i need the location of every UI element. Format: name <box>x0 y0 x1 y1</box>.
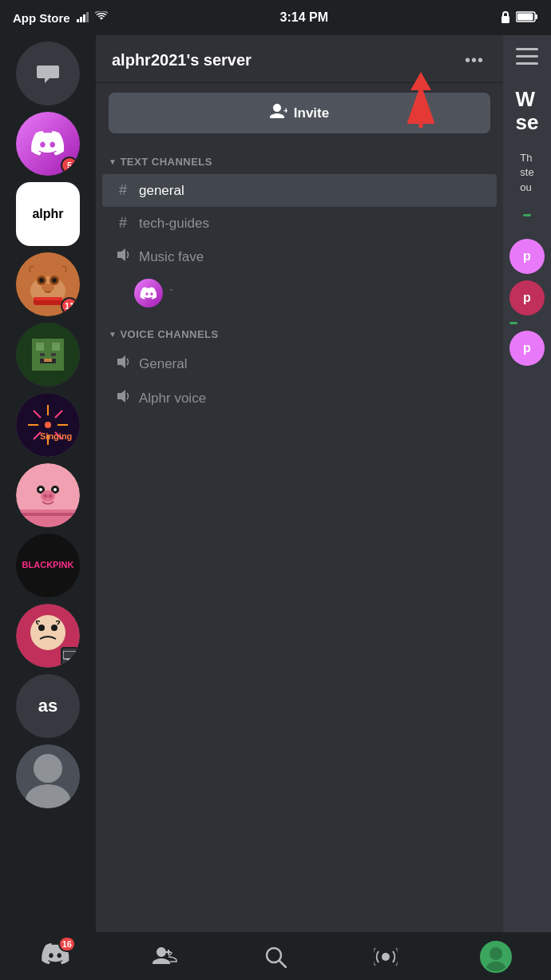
nav-home-badge: 16 <box>58 936 76 952</box>
chevron-down-icon-2: ▼ <box>109 330 117 339</box>
server-icon-blackpink[interactable]: BLACKPINK <box>16 534 80 597</box>
svg-marker-60 <box>117 248 125 261</box>
invite-button[interactable]: + Invite <box>109 93 490 133</box>
svg-rect-64 <box>516 55 538 58</box>
server-icon-as[interactable]: as <box>16 674 80 738</box>
svg-point-12 <box>39 278 44 283</box>
channel-alphr-voice[interactable]: Alphr voice <box>102 381 497 415</box>
svg-point-52 <box>30 615 65 650</box>
server-name: alphr2021's server <box>112 51 252 69</box>
right-panel-title: W se <box>516 88 539 133</box>
bot-avatar-row: ` <box>96 274 503 312</box>
nav-item-friends[interactable] <box>141 946 189 968</box>
rp-avatar-1[interactable]: p <box>509 239 545 274</box>
svg-rect-1 <box>80 17 82 22</box>
server-icon-partial[interactable] <box>16 744 80 808</box>
svg-rect-23 <box>51 353 56 356</box>
lock-icon <box>500 10 511 26</box>
server-icon-game[interactable] <box>16 463 80 527</box>
bottom-nav: 16 <box>0 932 551 980</box>
svg-rect-38 <box>30 474 42 484</box>
main-layout: 5 alphr 11 <box>0 35 551 932</box>
svg-point-74 <box>490 947 502 960</box>
text-channels-section: ▼ TEXT CHANNELS # general # tech-guides <box>96 143 503 315</box>
svg-rect-4 <box>501 16 509 23</box>
channel-general[interactable]: # general <box>102 174 497 207</box>
svg-rect-20 <box>52 343 60 351</box>
voice-channels-header[interactable]: ▼ VOICE CHANNELS <box>96 325 503 347</box>
svg-point-26 <box>45 422 51 428</box>
svg-rect-65 <box>516 62 538 65</box>
more-options-button[interactable]: ••• <box>462 48 487 73</box>
signal-icon <box>77 11 91 25</box>
svg-rect-3 <box>86 12 89 22</box>
svg-text:BLACKPINK: BLACKPINK <box>22 560 74 569</box>
hash-icon: # <box>115 182 131 199</box>
svg-rect-63 <box>516 48 538 50</box>
nav-item-profile[interactable] <box>472 941 520 973</box>
svg-rect-48 <box>16 513 80 516</box>
svg-rect-0 <box>77 19 79 22</box>
channel-music-fave[interactable]: Music fave <box>102 240 497 274</box>
server-icon-minecraft[interactable] <box>16 323 80 387</box>
alphr-label: alphr <box>32 207 63 221</box>
svg-rect-22 <box>40 353 45 356</box>
server-icon-crying[interactable] <box>16 604 80 668</box>
server-icon-discord[interactable]: 5 <box>16 112 80 176</box>
channel-voice-general[interactable]: General <box>102 347 497 381</box>
invite-label: Invite <box>294 105 329 121</box>
nav-item-search[interactable] <box>252 946 299 968</box>
svg-marker-61 <box>117 355 125 368</box>
svg-rect-19 <box>36 343 44 351</box>
svg-text:Singing: Singing <box>40 431 72 441</box>
svg-point-46 <box>49 494 53 498</box>
channel-voice-general-label: General <box>139 356 187 372</box>
server-icon-singing[interactable]: Singing <box>16 393 80 457</box>
svg-point-45 <box>44 494 48 498</box>
svg-rect-16 <box>34 297 62 300</box>
svg-point-14 <box>42 284 54 292</box>
svg-point-75 <box>486 962 505 971</box>
rp-avatar-3[interactable]: p <box>509 331 545 366</box>
svg-rect-2 <box>83 14 85 22</box>
hamburger-icon[interactable] <box>516 48 538 69</box>
text-channels-header[interactable]: ▼ TEXT CHANNELS <box>96 153 503 174</box>
nav-item-home[interactable]: 16 <box>31 939 79 974</box>
server-list: 5 alphr 11 <box>0 35 96 932</box>
svg-point-53 <box>38 625 45 631</box>
nav-item-activity[interactable] <box>362 946 410 968</box>
carrier-text: App Store <box>13 11 70 25</box>
svg-point-42 <box>39 488 42 491</box>
speaker-icon <box>115 248 131 266</box>
svg-rect-56 <box>67 659 72 661</box>
chevron-down-icon: ▼ <box>109 157 117 166</box>
rp-avatar-2[interactable]: p <box>509 280 545 315</box>
battery-icon <box>516 11 538 25</box>
right-panel-avatars: p p p <box>509 239 545 366</box>
svg-point-54 <box>51 625 57 631</box>
voice-channels-label: VOICE CHANNELS <box>120 328 218 340</box>
server-dog-badge: 11 <box>61 297 78 315</box>
server-icon-dog[interactable]: 11 <box>16 252 80 316</box>
svg-line-72 <box>279 961 286 967</box>
bot-avatar[interactable] <box>134 279 163 307</box>
right-panel: W se Th ste ou p p p <box>503 35 551 932</box>
status-bar-left: App Store <box>13 11 109 25</box>
channel-music-fave-label: Music fave <box>139 249 204 265</box>
server-icon-alphr[interactable]: alphr <box>16 182 80 246</box>
svg-rect-7 <box>517 13 533 20</box>
speaker-icon-2 <box>115 355 131 373</box>
server-icon-dm[interactable] <box>16 42 80 105</box>
voice-channels-section: ▼ VOICE CHANNELS General <box>96 315 503 419</box>
svg-point-44 <box>41 490 55 502</box>
status-bar: App Store 3:14 PM <box>0 0 551 35</box>
hash-icon-2: # <box>115 215 131 232</box>
channel-tech-guides[interactable]: # tech-guides <box>102 207 497 240</box>
svg-point-13 <box>52 278 57 283</box>
invite-icon: + <box>270 104 287 122</box>
svg-point-58 <box>26 784 70 808</box>
right-panel-description: Th ste ou <box>520 151 533 195</box>
speaker-icon-3 <box>115 389 131 407</box>
svg-point-57 <box>34 754 62 783</box>
text-channels-label: TEXT CHANNELS <box>120 156 212 168</box>
